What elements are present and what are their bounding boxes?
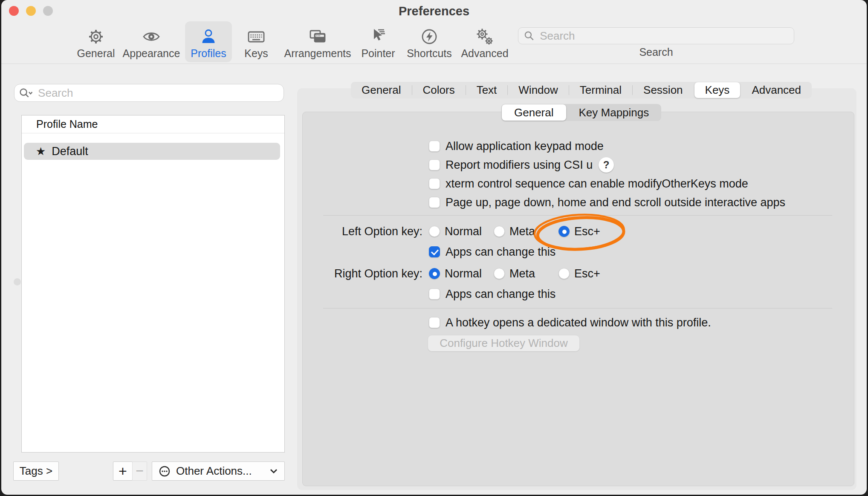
profile-row-default[interactable]: ★ Default [24, 143, 280, 160]
profile-name: Default [52, 145, 88, 158]
toolbar-item-keys[interactable]: Keys [233, 21, 280, 62]
right-option-key-label: Right Option key: [323, 267, 422, 280]
lightning-icon [420, 27, 439, 46]
right-option-esc[interactable]: Esc+ [558, 267, 600, 280]
radio-label: Esc+ [574, 267, 600, 280]
add-profile-button[interactable]: + [113, 461, 133, 481]
toolbar-divider [1, 63, 867, 64]
radio-button[interactable] [494, 226, 505, 237]
tab-text[interactable]: Text [466, 82, 508, 98]
star-icon: ★ [36, 145, 46, 158]
toolbar-item-appearance[interactable]: Appearance [119, 21, 183, 62]
toolbar-item-label: Appearance [123, 47, 180, 59]
tab-keys[interactable]: Keys [694, 82, 741, 98]
profile-search-field[interactable] [14, 84, 284, 102]
radio-label: Esc+ [574, 225, 600, 238]
cursor-icon [369, 27, 388, 46]
radio-button[interactable] [558, 268, 570, 279]
profile-tab-bar: General Colors Text Window Terminal Sess… [351, 82, 812, 98]
radio-button[interactable] [429, 268, 440, 279]
checkbox-label: Apps can change this [446, 245, 556, 259]
toolbar-item-pointer[interactable]: Pointer [348, 21, 408, 62]
search-scope-icon [19, 87, 34, 99]
tab-advanced[interactable]: Advanced [741, 82, 812, 98]
checkbox-label: Allow application keypad mode [446, 140, 604, 153]
radio-label: Meta [509, 267, 535, 280]
checkbox[interactable] [429, 317, 440, 328]
windows-icon [308, 27, 327, 46]
ellipsis-circle-icon [158, 465, 171, 478]
radio-button[interactable] [494, 268, 505, 279]
window-title: Preferences [1, 4, 867, 18]
profile-list: Profile Name ★ Default [21, 115, 285, 453]
left-option-esc[interactable]: Esc+ [558, 225, 600, 238]
left-option-meta[interactable]: Meta [494, 225, 558, 238]
checkbox[interactable] [429, 178, 440, 189]
left-option-normal[interactable]: Normal [429, 225, 494, 238]
checkbox[interactable] [429, 246, 440, 257]
subtab-key-mappings[interactable]: Key Mappings [567, 104, 662, 121]
other-actions-dropdown[interactable]: Other Actions... [152, 461, 285, 481]
toolbar-search-field[interactable] [518, 27, 794, 44]
checkbox[interactable] [429, 197, 440, 208]
row-csi-u: Report modifiers using CSI u ? [429, 158, 614, 172]
tab-window[interactable]: Window [508, 82, 568, 98]
toolbar-item-label: Arrangements [284, 47, 351, 59]
keys-subtab-bar: General Key Mappings [501, 104, 661, 121]
profile-search-input[interactable] [37, 86, 279, 100]
tab-colors[interactable]: Colors [412, 82, 466, 98]
checkbox-label: Page up, page down, home and end scroll … [446, 196, 785, 209]
radio-label: Normal [445, 225, 482, 238]
configure-hotkey-window-button: Configure Hotkey Window [428, 335, 580, 352]
tab-terminal[interactable]: Terminal [569, 82, 632, 98]
checkbox[interactable] [429, 159, 440, 170]
right-option-meta[interactable]: Meta [494, 267, 558, 280]
radio-label: Normal [445, 267, 482, 280]
tab-general[interactable]: General [351, 82, 412, 98]
checkbox[interactable] [429, 141, 440, 152]
other-actions-label: Other Actions... [176, 464, 269, 478]
chevron-down-icon [269, 468, 278, 475]
preferences-window: Preferences General Appearance Profiles … [1, 0, 867, 495]
checkbox-label: Report modifiers using CSI u [446, 159, 593, 172]
toolbar-item-general[interactable]: General [72, 21, 119, 62]
toolbar-item-label: Pointer [361, 47, 395, 59]
checkbox[interactable] [429, 288, 440, 300]
toolbar-item-advanced[interactable]: Advanced [455, 21, 515, 62]
tab-session[interactable]: Session [633, 82, 694, 98]
search-icon [524, 30, 535, 42]
checkbox-label: Apps can change this [446, 288, 556, 301]
radio-button[interactable] [429, 226, 440, 237]
radio-label: Meta [509, 225, 535, 238]
pane-resize-handle[interactable] [14, 278, 21, 285]
tags-button[interactable]: Tags > [13, 461, 59, 481]
row-left-option-key: Left Option key: Normal Meta Esc+ [323, 223, 600, 240]
keyboard-icon [247, 27, 266, 46]
profile-list-header: Profile Name [22, 115, 284, 133]
checkbox-label: A hotkey opens a dedicated window with t… [446, 316, 711, 329]
toolbar-item-profiles[interactable]: Profiles [185, 21, 232, 62]
section-divider [323, 215, 832, 216]
toolbar-item-label: Shortcuts [407, 47, 452, 59]
right-option-normal[interactable]: Normal [429, 267, 494, 280]
gear-icon [87, 27, 105, 46]
toolbar-search-label: Search [518, 46, 794, 58]
toolbar-item-shortcuts[interactable]: Shortcuts [399, 21, 459, 62]
section-divider [323, 308, 832, 309]
subtab-general[interactable]: General [502, 104, 566, 121]
toolbar-item-label: General [77, 47, 115, 59]
eye-icon [142, 27, 161, 46]
toolbar-item-label: Keys [244, 47, 268, 59]
row-modify-other-keys: xterm control sequence can enable modify… [429, 176, 748, 191]
radio-button[interactable] [558, 226, 570, 237]
row-right-apps-can-change: Apps can change this [429, 287, 556, 301]
help-button[interactable]: ? [599, 157, 614, 173]
row-left-apps-can-change: Apps can change this [429, 245, 556, 259]
row-right-option-key: Right Option key: Normal Meta Esc+ [323, 265, 600, 282]
gears-icon [475, 27, 494, 46]
toolbar-item-label: Advanced [461, 47, 508, 59]
toolbar-item-arrangements[interactable]: Arrangements [284, 21, 352, 62]
remove-profile-button[interactable]: − [132, 461, 147, 481]
toolbar-search-input[interactable] [539, 29, 789, 43]
row-page-scroll: Page up, page down, home and end scroll … [429, 195, 785, 210]
